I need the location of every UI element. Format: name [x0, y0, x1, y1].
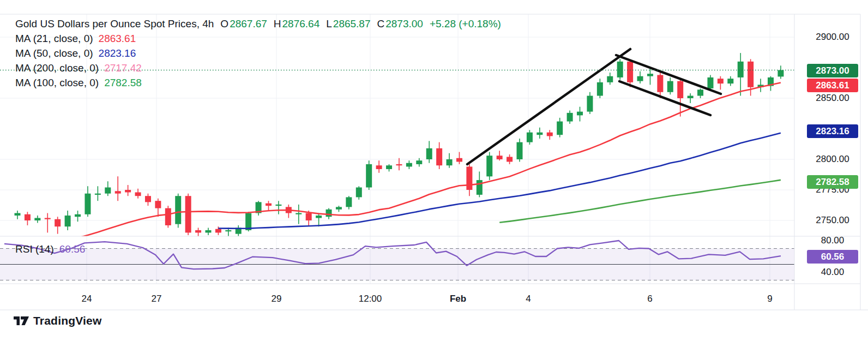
candle-body: [637, 76, 643, 81]
ma-legend-value: 2863.61: [99, 33, 136, 44]
time-tick-label: 24: [62, 294, 111, 304]
open-label: O: [220, 18, 228, 29]
candle-body: [145, 196, 151, 202]
candle-body: [587, 96, 593, 112]
candle-body: [195, 230, 201, 232]
ma-legend-row[interactable]: MA (100, close, 0)2782.58: [15, 75, 501, 90]
candle-body: [135, 192, 141, 196]
candle-body: [65, 216, 71, 226]
candle-body: [466, 166, 472, 190]
candle-body: [748, 62, 754, 87]
candle-body: [597, 82, 603, 96]
candle-body: [497, 155, 503, 159]
candle-body: [477, 180, 483, 195]
candle-body: [266, 204, 272, 206]
ma100-line: [499, 180, 781, 223]
price-badge: 2863.61: [807, 79, 858, 92]
candle-body: [125, 190, 131, 192]
candle-body: [627, 62, 633, 82]
legend: Gold US Dollars per Ounce Spot Prices, 4…: [15, 16, 501, 90]
candle-body: [647, 74, 653, 76]
symbol-title[interactable]: Gold US Dollars per Ounce Spot Prices, 4…: [15, 18, 214, 29]
candle-body: [225, 230, 231, 231]
price-badge: 2873.00: [807, 64, 858, 77]
candle-body: [165, 208, 171, 225]
ma-legend-label: MA (200, close, 0): [15, 62, 99, 74]
time-tick-label: 29: [252, 294, 301, 304]
candle-body: [557, 122, 563, 135]
rsi-label: RSI (14): [15, 243, 54, 255]
candle-body: [677, 81, 683, 98]
price-tick-label: 2800.00: [807, 154, 858, 165]
time-tick-label: 27: [132, 294, 181, 304]
low-value: 2865.87: [333, 18, 371, 29]
candle-body: [155, 201, 161, 208]
tradingview-logo-icon: [13, 314, 29, 327]
high-value: 2876.64: [282, 18, 320, 29]
candle-body: [527, 133, 533, 142]
candle-body: [175, 196, 181, 224]
candle-body: [366, 164, 372, 188]
candle-body: [456, 158, 462, 162]
time-tick-label: 6: [625, 294, 674, 304]
candle-body: [738, 62, 744, 77]
candle-body: [396, 164, 402, 165]
candle-body: [25, 214, 31, 220]
candle-body: [486, 155, 492, 176]
high-label: H: [274, 18, 281, 29]
candle-body: [326, 210, 332, 217]
ma-legend-row[interactable]: MA (21, close, 0)2863.61: [15, 31, 501, 46]
rsi-tick-label: 40.00: [807, 267, 858, 278]
candle-body: [296, 213, 302, 214]
rsi-tick-label: 80.00: [807, 235, 858, 246]
candle-body: [617, 62, 623, 77]
candle-body: [577, 112, 583, 116]
close-value: 2873.00: [385, 18, 423, 29]
candle-body: [777, 70, 783, 76]
candle-body: [507, 157, 513, 162]
candle-body: [336, 207, 342, 209]
ma-legend-row[interactable]: MA (200, close, 0)2717.42: [15, 61, 501, 75]
rsi-legend[interactable]: RSI (14)60.56: [15, 243, 85, 255]
ma50-line: [218, 133, 781, 229]
ma-legend-label: MA (50, close, 0): [15, 47, 93, 59]
candle-body: [306, 213, 312, 220]
candle-body: [205, 230, 211, 232]
change-value: +5.28 (+0.18%): [430, 18, 501, 29]
ma-legend-label: MA (21, close, 0): [15, 33, 93, 44]
rsi-pane: [0, 249, 794, 280]
time-tick-label: Feb: [433, 294, 483, 304]
candle-body: [607, 76, 613, 82]
price-tick-label: 2750.00: [807, 215, 858, 226]
candle-body: [215, 229, 221, 233]
candle-body: [426, 148, 432, 159]
tradingview-logo[interactable]: TradingView: [13, 314, 102, 327]
rsi-value: 60.56: [59, 243, 86, 255]
candle-body: [15, 213, 21, 216]
candle-body: [447, 159, 453, 165]
price-tick-label: 2850.00: [807, 93, 858, 104]
candle-body: [657, 75, 663, 92]
ma-legend-row[interactable]: MA (50, close, 0)2823.16: [15, 46, 501, 61]
symbol-ohlc-row[interactable]: Gold US Dollars per Ounce Spot Prices, 4…: [15, 16, 501, 31]
chart-root: Gold US Dollars per Ounce Spot Prices, 4…: [0, 0, 868, 341]
candle-body: [727, 79, 733, 83]
ma-legend-value: 2717.42: [104, 62, 142, 74]
candle-body: [356, 188, 362, 198]
price-badge: 2782.58: [807, 175, 858, 189]
candle-body: [406, 163, 412, 167]
candle-body: [547, 133, 553, 136]
candle-body: [55, 219, 61, 226]
candle-body: [386, 165, 392, 169]
time-tick-label: 9: [745, 294, 794, 304]
candle-body: [436, 148, 442, 165]
low-label: L: [326, 18, 332, 29]
candle-body: [34, 218, 40, 220]
candle-body: [346, 197, 352, 207]
candle-body: [376, 165, 382, 169]
price-tick-label: 2900.00: [807, 32, 858, 43]
candle-body: [45, 218, 51, 219]
ma-legend-value: 2782.58: [104, 77, 142, 88]
candle-body: [275, 205, 281, 206]
candle-body: [416, 160, 422, 164]
